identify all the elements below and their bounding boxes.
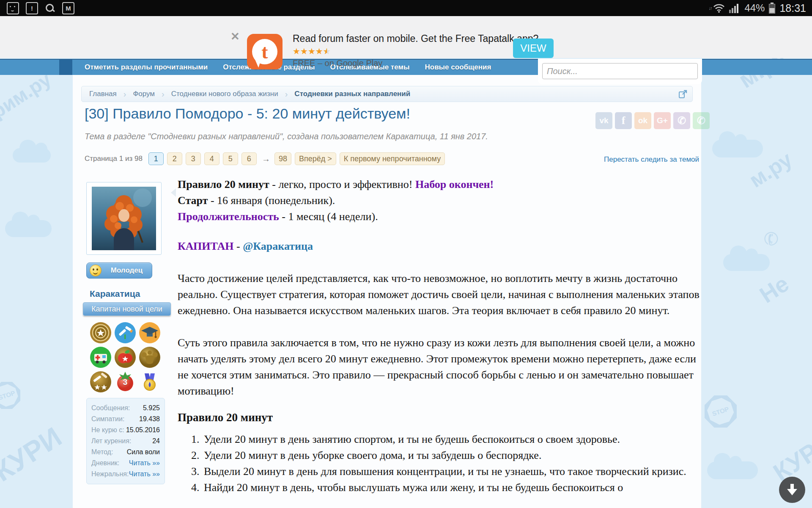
unfollow-thread-link[interactable]: Перестать следить за темой: [604, 155, 699, 164]
nezhralnya-read-link[interactable]: Читать »»: [129, 469, 160, 480]
down-arrow-icon: [786, 483, 798, 497]
gmail-notification-icon: M: [62, 2, 74, 14]
breadcrumb-section[interactable]: Стодневки нового образа жизни: [171, 90, 278, 98]
rating-stars-icon: ★★★★★★: [293, 47, 538, 56]
page-button-1[interactable]: 1: [148, 152, 164, 165]
alert-notification-icon: !: [26, 2, 38, 14]
post-line-2: Старт - 16 января (понедельник).: [178, 193, 701, 209]
battery-percentage: 44%: [744, 2, 765, 14]
diary-read-link[interactable]: Читать »»: [129, 458, 160, 469]
smiley-icon: [90, 265, 102, 276]
tomato-count: 3: [114, 378, 136, 387]
badge-broken-cigarette-icon: [114, 322, 136, 344]
watermark-cloud: [13, 148, 51, 163]
post-heading: Правило 20 минут: [178, 409, 701, 425]
odnoklassniki-share-icon[interactable]: ok: [634, 112, 651, 129]
post-list-item: Удели 20 минут в день занятию спортом, и…: [202, 431, 701, 447]
wifi-icon: [713, 3, 725, 13]
view-button[interactable]: VIEW: [513, 39, 554, 58]
post-paragraph-2: Суть этого правила заключается в том, чт…: [178, 335, 701, 399]
stat-method: Метод:Сила воли: [91, 447, 160, 458]
user-stats: Сообщения:5.925 Симпатии:19.438 Не курю …: [86, 398, 165, 484]
watermark-text: КУРИ: [0, 421, 67, 488]
page-button-2[interactable]: 2: [167, 152, 182, 165]
chevron-right-icon: ›: [285, 89, 288, 99]
page-button-4[interactable]: 4: [204, 152, 219, 165]
viber-share-icon[interactable]: ✆: [673, 112, 690, 129]
chevron-right-icon: ›: [123, 89, 126, 99]
first-unread-button[interactable]: К первому непрочитанному: [340, 152, 445, 165]
watermark-text: Не: [755, 270, 794, 308]
watermark-cloud: [5, 220, 52, 237]
author-sidebar: Молодец Каракатица Капитан новой цели: [86, 182, 171, 484]
badge-grid: 3: [90, 322, 162, 393]
captain-line: КАПИТАН - @Каракатица: [178, 238, 701, 254]
tapatalk-banner: ✕ t Read forum faster on mobile. Get the…: [0, 16, 812, 58]
chevron-right-icon: ›: [162, 89, 165, 99]
vk-share-icon[interactable]: vk: [595, 112, 612, 129]
ellipsis-arrow: →: [262, 154, 270, 164]
wifi-traffic-arrows-icon: ↓↑: [708, 6, 711, 11]
badge-tomato-counter-icon: 3: [114, 371, 136, 393]
stat-quit-date: Не курю с:15.05.2016: [91, 425, 160, 436]
stat-diary: Дневник:Читать »»: [91, 458, 160, 469]
page-button-5[interactable]: 5: [223, 152, 238, 165]
avatar[interactable]: [86, 182, 162, 255]
watermark-cloud: [712, 140, 763, 157]
captain-user-mention[interactable]: @Каракатица: [243, 240, 313, 252]
badge-medal-ribbon-icon: [139, 371, 161, 393]
signal-strength-icon: [729, 3, 740, 13]
role-banner: Капитан новой цели: [83, 302, 171, 316]
stat-likes: Симпатии:19.438: [91, 414, 160, 425]
clock: 18:31: [779, 2, 806, 14]
facebook-share-icon[interactable]: f: [615, 112, 632, 129]
googleplus-share-icon[interactable]: G+: [654, 112, 671, 129]
search-input[interactable]: [542, 63, 698, 79]
badge-graduation-cap-icon: [139, 322, 161, 344]
username-link[interactable]: Каракатица: [90, 289, 171, 299]
badge-apple-star-icon: [114, 346, 136, 368]
watermark-stop-sign: STOP: [0, 382, 20, 409]
post-list: Удели 20 минут в день занятию спортом, и…: [178, 431, 701, 496]
watermark-text: рим.ру: [0, 68, 55, 123]
watermark-cloud: [707, 461, 758, 479]
page-counter: Страница 1 из 98: [85, 155, 143, 163]
tapatalk-logo: t: [247, 34, 283, 69]
share-page-icon[interactable]: [679, 90, 687, 98]
notification-app-icon: [7, 2, 19, 14]
breadcrumb-forum[interactable]: Форум: [133, 90, 155, 98]
social-share-row: vk f ok G+ ✆ ✆: [595, 112, 710, 129]
thread-title: [30] Правило Помодоро - 5: 20 минут дейс…: [85, 105, 592, 122]
watermark-stop-sign: STOP: [705, 395, 737, 428]
badge-two-stars-cigarette-icon: [90, 371, 112, 393]
post-content: Правило 20 минут - легко, просто и эффек…: [178, 177, 701, 496]
thread-subtitle: Тема в разделе "Стодневки разных направл…: [85, 132, 488, 141]
breadcrumb-current[interactable]: Стодневки разных направлений: [294, 90, 410, 98]
scroll-to-bottom-button[interactable]: [779, 477, 805, 503]
post-bubble-arrow: [171, 188, 176, 197]
post-line-3: Продолжительность - 1 месяц (4 недели).: [178, 209, 701, 225]
banner-close-icon[interactable]: ✕: [230, 30, 240, 43]
page-button-last[interactable]: 98: [274, 152, 291, 165]
battery-icon: [769, 3, 775, 14]
search-notification-icon: [45, 3, 55, 14]
whatsapp-share-icon[interactable]: ✆: [693, 112, 710, 129]
post-line-1: Правило 20 минут - легко, просто и эффек…: [178, 177, 701, 193]
nav-mark-read[interactable]: Отметить разделы прочитанными: [85, 63, 208, 72]
nav-edge-block: [59, 60, 72, 75]
badge-strongman-icon: [139, 346, 161, 368]
banner-headline: Read forum faster on mobile. Get the Fre…: [293, 33, 538, 44]
post-list-item: Выдели 20 минут в день для повышения кон…: [202, 464, 701, 480]
breadcrumb-home[interactable]: Главная: [89, 90, 117, 98]
page-button-3[interactable]: 3: [186, 152, 201, 165]
post-list-item: Удели 20 минут в день уборке своего дома…: [202, 447, 701, 464]
avatar-image: [92, 187, 156, 250]
watermark-cloud: [723, 254, 770, 271]
page-button-6[interactable]: 6: [241, 152, 257, 165]
stat-nezhralnya: Нежральня:Читать »»: [91, 469, 160, 480]
next-page-button[interactable]: Вперёд >: [295, 152, 336, 165]
stat-messages: Сообщения:5.925: [91, 403, 160, 414]
page-body: Главная › Форум › Стодневки нового образ…: [73, 75, 701, 508]
post-list-item: Найди 20 минут в день, чтобы выслушать м…: [202, 480, 701, 496]
banner-subtext: FREE – on Google Play: [293, 58, 538, 68]
